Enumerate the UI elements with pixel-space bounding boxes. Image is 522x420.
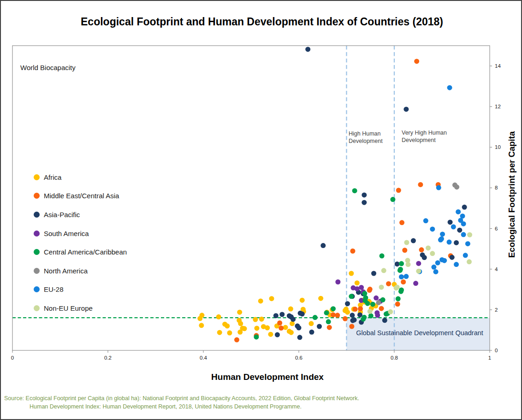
- data-point: [414, 59, 419, 64]
- data-point: [350, 248, 355, 254]
- data-point: [447, 85, 452, 90]
- data-point: [435, 260, 440, 266]
- data-point: [456, 209, 461, 214]
- data-point: [308, 321, 314, 326]
- data-point: [335, 313, 340, 318]
- data-point: [368, 314, 374, 319]
- data-point: [380, 254, 385, 259]
- data-point: [199, 313, 204, 318]
- data-point: [309, 330, 314, 335]
- data-point: [318, 296, 323, 301]
- legend-label: North America: [44, 267, 88, 275]
- data-point: [345, 310, 350, 315]
- y-tick-label: 12: [495, 104, 501, 109]
- data-point: [396, 188, 401, 193]
- data-point: [465, 241, 470, 246]
- data-point: [242, 326, 247, 331]
- data-point: [362, 315, 367, 320]
- data-point: [320, 243, 326, 248]
- data-point: [350, 313, 355, 318]
- legend-label: EU-28: [44, 285, 64, 293]
- data-point: [331, 306, 336, 311]
- data-point: [431, 265, 436, 270]
- data-point: [430, 226, 435, 231]
- data-point: [331, 312, 336, 317]
- data-point: [234, 337, 239, 343]
- data-point: [454, 262, 459, 267]
- y-tick-label: 8: [495, 185, 498, 190]
- y-tick-label: 10: [495, 144, 501, 150]
- data-point: [288, 307, 293, 312]
- data-point: [439, 237, 444, 242]
- data-point: [448, 219, 453, 225]
- data-point: [395, 261, 400, 266]
- data-point: [238, 321, 243, 326]
- data-point: [227, 331, 232, 336]
- data-point: [388, 309, 393, 314]
- data-point: [416, 261, 421, 266]
- legend-item: Africa: [34, 168, 127, 187]
- data-point: [416, 269, 421, 274]
- data-point: [283, 325, 288, 330]
- sustainable-quadrant-label: Global Sustainable Development Quadrant: [356, 329, 483, 337]
- data-point: [374, 296, 379, 301]
- legend-dot-icon: [34, 305, 40, 311]
- x-axis-title: Human Development Index: [211, 372, 324, 382]
- data-point: [362, 200, 367, 205]
- data-point: [461, 232, 466, 237]
- x-tick-label: 0.4: [200, 355, 208, 361]
- data-point: [349, 271, 354, 276]
- data-point: [357, 312, 362, 317]
- legend-item: Non-EU Europe: [34, 299, 127, 318]
- data-point: [442, 258, 447, 263]
- data-point: [300, 298, 305, 303]
- data-point: [450, 255, 455, 260]
- data-point: [352, 188, 357, 193]
- legend-item: Asia-Pacific: [34, 205, 127, 224]
- data-point: [401, 279, 406, 284]
- data-point: [259, 317, 264, 322]
- x-tick-label: 0.8: [391, 355, 398, 361]
- data-point: [352, 317, 357, 322]
- data-point: [355, 286, 360, 291]
- data-point: [396, 296, 401, 302]
- data-point: [426, 245, 431, 250]
- data-point: [297, 335, 303, 340]
- data-point: [370, 302, 375, 307]
- data-point: [353, 307, 358, 312]
- source-citation-line2: Human Development Index: Human Developme…: [30, 403, 302, 410]
- data-point: [454, 240, 459, 245]
- very-high-human-development-label: Very High Human Development: [402, 130, 473, 144]
- data-point: [268, 332, 273, 337]
- data-point: [440, 231, 445, 237]
- data-point: [433, 269, 439, 274]
- data-point: [423, 218, 428, 223]
- data-point: [279, 325, 284, 331]
- data-point: [275, 332, 280, 337]
- data-point: [317, 324, 322, 329]
- data-point: [365, 301, 370, 306]
- data-point: [326, 319, 331, 324]
- legend-dot-icon: [34, 231, 40, 237]
- data-point: [297, 325, 302, 331]
- data-point: [395, 302, 400, 307]
- legend-label: Central America/Caribbean: [44, 248, 127, 256]
- data-point: [279, 312, 285, 317]
- data-point: [216, 314, 221, 319]
- data-point: [349, 294, 354, 299]
- data-point: [290, 321, 295, 326]
- legend-dot-icon: [34, 212, 40, 218]
- data-point: [382, 318, 387, 323]
- data-point: [461, 221, 466, 226]
- data-point: [395, 284, 400, 290]
- data-point: [368, 309, 373, 314]
- legend-dot-icon: [34, 268, 40, 274]
- legend-label: South America: [44, 230, 89, 237]
- source-citation-line1: Source: Ecological Footprint per Capita …: [4, 395, 359, 402]
- data-point: [335, 279, 340, 284]
- x-tick-label: 0: [11, 355, 14, 361]
- data-point: [345, 301, 350, 306]
- data-point: [273, 313, 279, 318]
- chart-frame: 00.20.40.60.8102468101214 Ecological Foo…: [0, 0, 522, 420]
- x-tick-label: 1: [488, 355, 491, 361]
